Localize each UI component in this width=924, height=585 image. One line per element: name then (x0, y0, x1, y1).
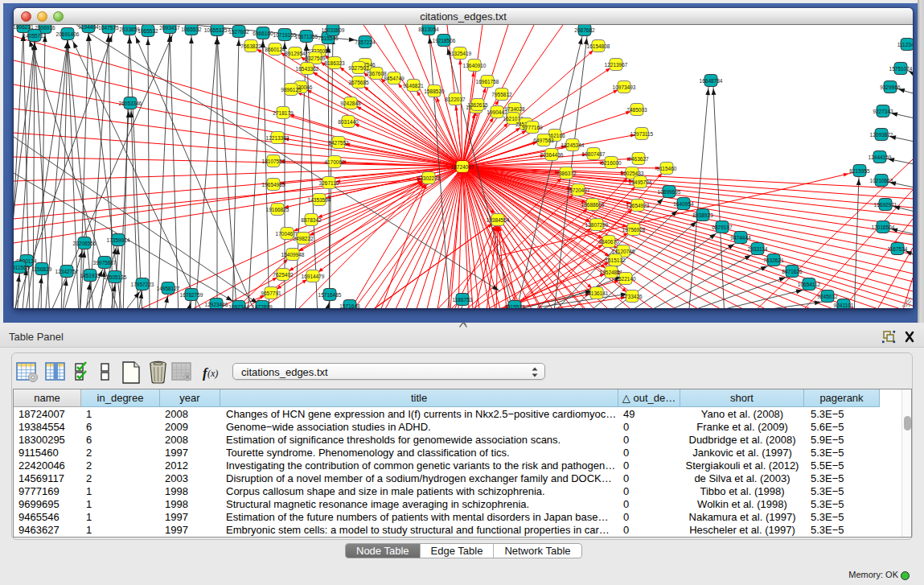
svg-text:1065532: 1065532 (138, 28, 158, 34)
svg-text:8660124: 8660124 (265, 47, 285, 52)
svg-text:6216000: 6216000 (601, 160, 622, 166)
svg-text:9146821: 9146821 (403, 83, 424, 89)
svg-text:13807299: 13807299 (585, 222, 609, 228)
svg-text:9474444: 9474444 (730, 235, 751, 241)
svg-text:9327509: 9327509 (305, 56, 326, 61)
svg-text:15409948: 15409948 (281, 252, 305, 257)
svg-text:15692971: 15692971 (874, 202, 897, 208)
svg-text:1472899: 1472899 (252, 304, 273, 309)
svg-text:8122037: 8122037 (445, 97, 466, 102)
svg-text:(x): (x) (207, 368, 218, 379)
svg-text:9194404: 9194404 (78, 25, 99, 30)
svg-text:13505135: 13505135 (104, 274, 127, 280)
svg-text:7632621: 7632621 (763, 257, 784, 263)
svg-text:9840670: 9840670 (598, 239, 619, 245)
svg-text:12213967: 12213967 (605, 62, 628, 68)
svg-text:106553257: 106553257 (204, 27, 231, 33)
svg-text:9896123: 9896123 (281, 87, 302, 93)
svg-text:19384554: 19384554 (487, 217, 510, 223)
svg-text:9463627: 9463627 (628, 156, 649, 162)
svg-text:7357224: 7357224 (355, 39, 376, 45)
svg-text:4170060: 4170060 (324, 159, 345, 165)
svg-text:1092344: 1092344 (228, 304, 249, 309)
svg-text:1065532: 1065532 (181, 27, 202, 32)
svg-text:1615132: 1615132 (605, 257, 626, 263)
svg-text:17359914: 17359914 (107, 237, 130, 243)
svg-text:16154808: 16154808 (587, 43, 610, 49)
svg-text:1906231: 1906231 (14, 25, 34, 30)
svg-text:19218506: 19218506 (433, 38, 456, 43)
svg-text:16914479: 16914479 (302, 274, 325, 279)
svg-text:19756928: 19756928 (622, 227, 646, 233)
svg-text:2093417: 2093417 (159, 25, 180, 31)
svg-text:10210663: 10210663 (870, 178, 893, 183)
svg-text:2718179: 2718179 (273, 110, 294, 116)
svg-text:14120746: 14120746 (612, 249, 635, 254)
svg-text:16671355: 16671355 (295, 34, 318, 39)
svg-text:1156829: 1156829 (32, 266, 52, 272)
svg-text:8813054: 8813054 (418, 27, 439, 32)
svg-text:8186323: 8186323 (324, 60, 345, 66)
svg-text:19166825: 19166825 (266, 207, 290, 212)
svg-text:1527602: 1527602 (228, 29, 249, 35)
svg-text:16648784: 16648784 (700, 78, 723, 84)
svg-text:8427552: 8427552 (328, 140, 349, 146)
svg-text:10719155: 10719155 (273, 32, 297, 38)
svg-text:18107553: 18107553 (262, 159, 285, 164)
svg-text:1733426: 1733426 (622, 294, 643, 299)
svg-text:8912954: 8912954 (285, 51, 306, 56)
svg-text:14958127: 14958127 (157, 286, 180, 291)
svg-text:13495794: 13495794 (629, 179, 652, 185)
svg-text:23302273: 23302273 (417, 175, 441, 181)
svg-text:7955812: 7955812 (491, 92, 512, 97)
svg-text:9777169: 9777169 (522, 125, 543, 130)
svg-text:2933114: 2933114 (748, 246, 768, 252)
svg-text:12093872: 12093872 (870, 132, 893, 138)
svg-text:14055712: 14055712 (23, 33, 47, 39)
svg-text:13654923: 13654923 (626, 203, 650, 208)
svg-text:20364436: 20364436 (540, 152, 564, 158)
svg-text:7386372: 7386372 (556, 171, 577, 176)
svg-text:9242848: 9242848 (340, 101, 361, 106)
svg-text:1112345: 1112345 (897, 42, 913, 47)
svg-text:18724007: 18724007 (451, 164, 474, 170)
svg-text:1451933: 1451933 (80, 273, 101, 278)
svg-text:9657791: 9657791 (261, 290, 281, 296)
svg-text:9329966: 9329966 (880, 84, 901, 90)
svg-text:7485003: 7485003 (626, 107, 647, 113)
svg-text:26053346: 26053346 (119, 101, 142, 106)
svg-text:12973115: 12973115 (630, 131, 654, 137)
svg-text:16033809: 16033809 (322, 27, 345, 33)
svg-text:16543362: 16543362 (296, 66, 319, 72)
svg-text:2522140: 2522140 (615, 276, 636, 282)
svg-text:1571648: 1571648 (339, 303, 360, 309)
svg-text:9315523: 9315523 (504, 304, 525, 309)
svg-text:3675685: 3675685 (348, 80, 369, 85)
svg-text:1167534: 1167534 (888, 246, 908, 252)
svg-text:1186753: 1186753 (453, 297, 473, 303)
svg-text:9734028: 9734028 (504, 106, 525, 112)
svg-text:10807487: 10807487 (582, 151, 606, 157)
svg-text:19654985: 19654985 (262, 182, 285, 187)
svg-text:16782759: 16782759 (180, 292, 203, 298)
svg-text:1990443: 1990443 (487, 109, 507, 115)
svg-text:3267110: 3267110 (319, 180, 339, 186)
svg-text:10025433: 10025433 (621, 171, 644, 176)
svg-text:9327503: 9327503 (348, 65, 369, 71)
svg-text:12444159: 12444159 (869, 154, 892, 160)
svg-text:15751074: 15751074 (889, 66, 913, 72)
svg-text:8031440: 8031440 (338, 119, 359, 125)
svg-text:16961758: 16961758 (476, 79, 499, 84)
svg-text:10899695: 10899695 (658, 189, 681, 195)
svg-text:9227343: 9227343 (873, 109, 893, 114)
svg-text:1047575: 1047575 (98, 25, 119, 31)
svg-text:6879197: 6879197 (712, 225, 733, 230)
svg-text:10688609: 10688609 (581, 202, 605, 208)
svg-text:17957223: 17957223 (131, 282, 154, 287)
svg-text:2087682: 2087682 (574, 27, 595, 33)
svg-text:2033859: 2033859 (119, 27, 140, 32)
svg-text:3911563: 3911563 (14, 265, 30, 270)
svg-text:1362615: 1362615 (467, 102, 488, 108)
svg-text:9241101: 9241101 (834, 303, 854, 308)
svg-text:13640910: 13640910 (463, 63, 487, 68)
